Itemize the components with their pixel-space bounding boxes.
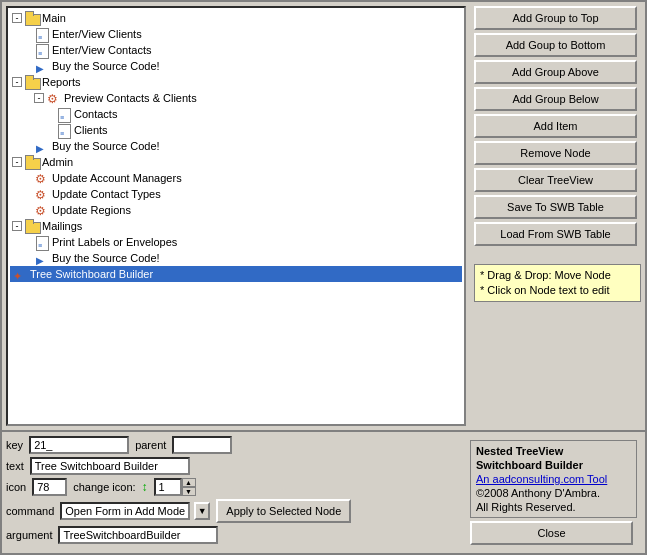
argument-label: argument bbox=[6, 529, 52, 541]
command-label: command bbox=[6, 505, 54, 517]
info-title2: Switchboard Builder bbox=[476, 458, 631, 472]
main-window: - Main Enter/View Clients Enter/View Con… bbox=[0, 0, 647, 555]
tree-label-clients: Enter/View Clients bbox=[52, 26, 142, 42]
star-icon-swb bbox=[12, 267, 28, 281]
icon-input[interactable] bbox=[32, 478, 67, 496]
tree-node-buy-main[interactable]: Buy the Source Code! bbox=[10, 58, 462, 74]
info-title: Nested TreeView bbox=[476, 444, 631, 458]
tree-node-admin[interactable]: - Admin bbox=[10, 154, 462, 170]
remove-node-button[interactable]: Remove Node bbox=[474, 141, 637, 165]
hint-box: * Drag & Drop: Move Node * Click on Node… bbox=[474, 264, 641, 302]
top-section: - Main Enter/View Clients Enter/View Con… bbox=[2, 2, 645, 430]
tree-label-contact: Update Contact Types bbox=[52, 186, 161, 202]
command-select-area: ▼ bbox=[60, 502, 210, 520]
tree-label-contacts-sub: Contacts bbox=[74, 106, 117, 122]
folder-icon-main bbox=[24, 11, 40, 25]
info-box: Nested TreeView Switchboard Builder An a… bbox=[470, 440, 637, 518]
gear-icon-contact bbox=[34, 187, 50, 201]
expander-mailings[interactable]: - bbox=[12, 221, 22, 231]
text-row: text bbox=[6, 457, 462, 475]
tree-node-print[interactable]: Print Labels or Envelopes bbox=[10, 234, 462, 250]
arrow-icon-buy-main bbox=[34, 59, 50, 73]
add-group-bottom-button[interactable]: Add Goup to Bottom bbox=[474, 33, 637, 57]
tree-node-contact-types[interactable]: Update Contact Types bbox=[10, 186, 462, 202]
tree-label-account: Update Account Managers bbox=[52, 170, 182, 186]
tree-label-preview: Preview Contacts & Clients bbox=[64, 90, 197, 106]
change-icon-label: change icon: bbox=[73, 481, 135, 493]
tree-label-swb: Tree Switchboard Builder bbox=[30, 266, 153, 282]
apply-button[interactable]: Apply to Selected Node bbox=[216, 499, 351, 523]
folder-icon-admin bbox=[24, 155, 40, 169]
command-row: command ▼ Apply to Selected Node bbox=[6, 499, 462, 523]
icon-label: icon bbox=[6, 481, 26, 493]
icon-arrow-indicator: ↕ bbox=[142, 480, 148, 494]
arrow-icon-buy-reports bbox=[34, 139, 50, 153]
page-icon-contacts-sub bbox=[56, 107, 72, 121]
key-input[interactable] bbox=[29, 436, 129, 454]
tree-node-mailings[interactable]: - Mailings bbox=[10, 218, 462, 234]
tree-node-contacts[interactable]: Enter/View Contacts bbox=[10, 42, 462, 58]
folder-icon-mailings bbox=[24, 219, 40, 233]
spin-buttons: ▲ ▼ bbox=[182, 478, 196, 496]
tree-node-main[interactable]: - Main bbox=[10, 10, 462, 26]
tree-label-regions: Update Regions bbox=[52, 202, 131, 218]
tree-node-update-account[interactable]: Update Account Managers bbox=[10, 170, 462, 186]
tree-label-buy-reports: Buy the Source Code! bbox=[52, 138, 160, 154]
tree-label-mailings: Mailings bbox=[42, 218, 82, 234]
tree-node-buy-mail[interactable]: Buy the Source Code! bbox=[10, 250, 462, 266]
spin-up-button[interactable]: ▲ bbox=[182, 478, 196, 487]
spin-down-button[interactable]: ▼ bbox=[182, 487, 196, 496]
command-input[interactable] bbox=[60, 502, 190, 520]
parent-label: parent bbox=[135, 439, 166, 451]
tree-panel[interactable]: - Main Enter/View Clients Enter/View Con… bbox=[6, 6, 466, 426]
tree-label-admin: Admin bbox=[42, 154, 73, 170]
tree-label-buy-mail: Buy the Source Code! bbox=[52, 250, 160, 266]
argument-row: argument bbox=[6, 526, 462, 544]
clear-treeview-button[interactable]: Clear TreeView bbox=[474, 168, 637, 192]
load-swb-button[interactable]: Load From SWB Table bbox=[474, 222, 637, 246]
key-parent-row: key parent bbox=[6, 436, 462, 454]
add-group-top-button[interactable]: Add Group to Top bbox=[474, 6, 637, 30]
icon-spin-input[interactable] bbox=[154, 478, 182, 496]
tree-label-buy-main: Buy the Source Code! bbox=[52, 58, 160, 74]
text-input[interactable] bbox=[30, 457, 190, 475]
tree-node-clients-sub[interactable]: Clients bbox=[10, 122, 462, 138]
tree-node-swb[interactable]: Tree Switchboard Builder bbox=[10, 266, 462, 282]
argument-input[interactable] bbox=[58, 526, 218, 544]
add-group-above-button[interactable]: Add Group Above bbox=[474, 60, 637, 84]
icon-row: icon change icon: ↕ ▲ ▼ bbox=[6, 478, 462, 496]
tree-label-contacts: Enter/View Contacts bbox=[52, 42, 151, 58]
expander-admin[interactable]: - bbox=[12, 157, 22, 167]
button-panel: Add Group to Top Add Goup to Bottom Add … bbox=[470, 2, 645, 430]
info-panel: Nested TreeView Switchboard Builder An a… bbox=[466, 436, 641, 549]
gear-icon-preview bbox=[46, 91, 62, 105]
folder-icon-reports bbox=[24, 75, 40, 89]
click-edit-hint: * Click on Node text to edit bbox=[480, 283, 635, 298]
add-group-below-button[interactable]: Add Group Below bbox=[474, 87, 637, 111]
page-icon-clients-sub bbox=[56, 123, 72, 137]
expander-reports[interactable]: - bbox=[12, 77, 22, 87]
add-item-button[interactable]: Add Item bbox=[474, 114, 637, 138]
drag-drop-hint: * Drag & Drop: Move Node bbox=[480, 268, 635, 283]
key-label: key bbox=[6, 439, 23, 451]
spacer bbox=[474, 249, 641, 257]
tree-node-clients[interactable]: Enter/View Clients bbox=[10, 26, 462, 42]
command-dropdown-button[interactable]: ▼ bbox=[194, 502, 210, 520]
close-button[interactable]: Close bbox=[470, 521, 633, 545]
page-icon-clients bbox=[34, 27, 50, 41]
info-copyright: ©2008 Anthony D'Ambra. bbox=[476, 486, 631, 500]
page-icon-contacts bbox=[34, 43, 50, 57]
tree-node-contacts-sub[interactable]: Contacts bbox=[10, 106, 462, 122]
save-swb-button[interactable]: Save To SWB Table bbox=[474, 195, 637, 219]
bottom-section: key parent text icon change icon: ↕ ▲ bbox=[2, 430, 645, 553]
parent-input[interactable] bbox=[172, 436, 232, 454]
tree-node-preview[interactable]: - Preview Contacts & Clients bbox=[10, 90, 462, 106]
expander-main[interactable]: - bbox=[12, 13, 22, 23]
info-link[interactable]: An aadconsulting.com Tool bbox=[476, 472, 631, 486]
expander-preview[interactable]: - bbox=[34, 93, 44, 103]
gear-icon-account bbox=[34, 171, 50, 185]
tree-node-buy-reports[interactable]: Buy the Source Code! bbox=[10, 138, 462, 154]
tree-node-regions[interactable]: Update Regions bbox=[10, 202, 462, 218]
tree-node-reports[interactable]: - Reports bbox=[10, 74, 462, 90]
tree-label-print: Print Labels or Envelopes bbox=[52, 234, 177, 250]
